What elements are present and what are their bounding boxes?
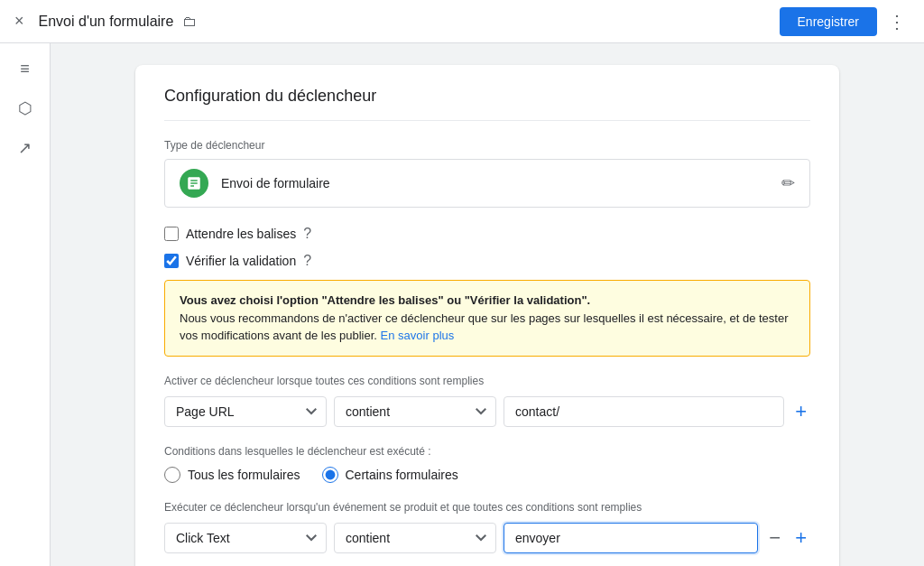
edit-icon[interactable]: ✏ bbox=[781, 173, 795, 193]
execute-row: Click Text Click Classes Click Element C… bbox=[164, 523, 810, 553]
radio-certains[interactable] bbox=[322, 467, 338, 483]
warning-bold: Vous avez choisi l'option "Attendre les … bbox=[180, 293, 590, 307]
radio-tous-label[interactable]: Tous les formulaires bbox=[188, 468, 300, 482]
sidebar-item-menu[interactable]: ≡ bbox=[7, 51, 43, 87]
sidebar-item-triggers[interactable]: ↗ bbox=[7, 130, 43, 166]
radio-certains-label[interactable]: Certains formulaires bbox=[346, 468, 458, 482]
execute-operator-select[interactable]: contient est égal à commence par finit p… bbox=[334, 523, 496, 553]
remove-execute-condition-button[interactable]: − bbox=[765, 524, 784, 552]
form-icon bbox=[186, 175, 202, 191]
radio-row: Tous les formulaires Certains formulaire… bbox=[164, 467, 810, 483]
checkbox-validation-label: Vérifier la validation bbox=[186, 254, 296, 268]
checkbox-validation-row: Vérifier la validation ? bbox=[164, 253, 810, 269]
radio-tous[interactable] bbox=[164, 467, 180, 483]
trigger-type-row[interactable]: Envoi de formulaire ✏ bbox=[164, 159, 810, 208]
close-icon: × bbox=[14, 12, 24, 31]
trigger-type-name: Envoi de formulaire bbox=[221, 176, 781, 190]
content-area: Configuration du déclencheur Type de déc… bbox=[51, 43, 924, 566]
radio-certains-item: Certains formulaires bbox=[322, 467, 458, 483]
checkbox-attendre-row: Attendre les balises ? bbox=[164, 226, 810, 242]
sidebar-item-tags[interactable]: ⬡ bbox=[7, 90, 43, 126]
checkbox-attendre-label: Attendre les balises bbox=[186, 227, 296, 241]
condition-operator-select[interactable]: contient est égal à commence par finit p… bbox=[334, 396, 496, 427]
conditions-label: Activer ce déclencheur lorsque toutes ce… bbox=[164, 375, 810, 387]
more-options-icon[interactable]: ⋮ bbox=[884, 7, 910, 36]
add-condition-button[interactable]: + bbox=[791, 398, 810, 425]
page-title-text: Envoi d'un formulaire bbox=[39, 14, 174, 30]
sidebar: ≡ ⬡ ↗ bbox=[0, 43, 51, 566]
warning-link[interactable]: En savoir plus bbox=[381, 329, 455, 342]
card-title: Configuration du déclencheur bbox=[164, 87, 810, 121]
execute-filter-select[interactable]: Click Text Click Classes Click Element C… bbox=[164, 523, 327, 553]
checkbox-validation[interactable] bbox=[164, 254, 179, 268]
execute-section-label: Exécuter ce déclencheur lorsqu'un événem… bbox=[164, 501, 810, 514]
warning-body: Nous vous recommandons de n'activer ce d… bbox=[180, 311, 789, 343]
checkbox-attendre[interactable] bbox=[164, 227, 179, 241]
conditions-row: Page URL Page Hostname Page Path Referre… bbox=[164, 396, 810, 427]
close-button[interactable]: × bbox=[14, 12, 24, 31]
trigger-icon-circle bbox=[180, 169, 208, 198]
help-icon-validation[interactable]: ? bbox=[303, 253, 311, 269]
radio-section-label: Conditions dans lesquelles le déclencheu… bbox=[164, 445, 810, 458]
warning-box: Vous avez choisi l'option "Attendre les … bbox=[164, 280, 810, 357]
add-execute-condition-button[interactable]: + bbox=[791, 524, 810, 552]
condition-value-input[interactable] bbox=[504, 396, 784, 427]
execute-value-input[interactable] bbox=[504, 523, 758, 553]
folder-icon[interactable]: 🗀 bbox=[182, 14, 197, 30]
trigger-type-label: Type de déclencheur bbox=[164, 139, 810, 152]
condition-filter-select[interactable]: Page URL Page Hostname Page Path Referre… bbox=[164, 396, 327, 427]
page-title: Envoi d'un formulaire 🗀 bbox=[39, 14, 780, 30]
main-layout: ≡ ⬡ ↗ Configuration du déclencheur Type … bbox=[0, 43, 924, 566]
config-card: Configuration du déclencheur Type de déc… bbox=[135, 65, 839, 566]
help-icon-attendre[interactable]: ? bbox=[303, 226, 311, 242]
radio-tous-item: Tous les formulaires bbox=[164, 467, 300, 483]
save-button[interactable]: Enregistrer bbox=[780, 7, 877, 36]
top-bar-actions: Enregistrer ⋮ bbox=[780, 7, 910, 36]
top-bar: × Envoi d'un formulaire 🗀 Enregistrer ⋮ bbox=[0, 0, 924, 43]
